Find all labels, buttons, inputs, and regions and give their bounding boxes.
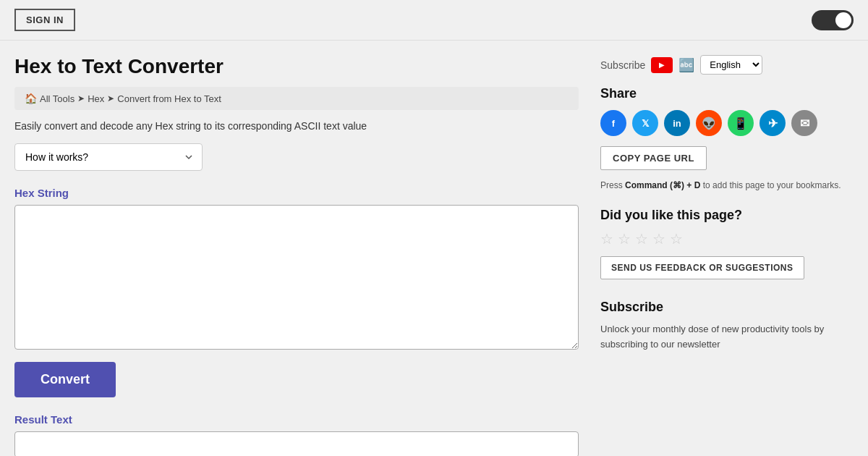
email-share-button[interactable]: ✉ <box>791 110 817 136</box>
language-select[interactable]: English Spanish French German Chinese <box>700 55 762 75</box>
reddit-share-button[interactable]: 👽 <box>696 110 722 136</box>
translate-icon[interactable]: 🔤 <box>678 57 694 73</box>
theme-toggle[interactable] <box>812 10 854 30</box>
toggle-switch[interactable] <box>812 10 854 30</box>
main-container: Hex to Text Converter 🏠 All Tools ➤ Hex … <box>0 41 868 456</box>
right-panel: Subscribe 🔤 English Spanish French Germa… <box>600 55 846 456</box>
bookmark-shortcut: Command (⌘) + D <box>625 180 700 190</box>
convert-button[interactable]: Convert <box>14 362 116 397</box>
linkedin-share-button[interactable]: in <box>664 110 690 136</box>
toggle-knob <box>835 12 851 28</box>
share-icons: f 𝕏 in 👽 📱 ✈ ✉ <box>600 110 846 136</box>
header: SIGN IN <box>0 0 868 41</box>
star-3[interactable]: ☆ <box>635 230 648 248</box>
result-label: Result Text <box>14 413 579 426</box>
subscribe-section-text: Unlock your monthly dose of new producti… <box>600 322 846 352</box>
breadcrumb-home[interactable]: All Tools <box>40 93 75 104</box>
breadcrumb-arrow-2: ➤ <box>107 93 114 104</box>
home-icon: 🏠 <box>25 93 37 104</box>
youtube-icon[interactable] <box>651 57 673 73</box>
star-5[interactable]: ☆ <box>670 230 683 248</box>
page-title: Hex to Text Converter <box>14 55 579 78</box>
result-input[interactable] <box>14 431 579 456</box>
page-description: Easily convert and decode any Hex string… <box>14 120 579 132</box>
star-rating[interactable]: ☆ ☆ ☆ ☆ ☆ <box>600 230 846 248</box>
star-2[interactable]: ☆ <box>618 230 631 248</box>
sign-in-button[interactable]: SIGN IN <box>14 9 75 31</box>
hex-input[interactable] <box>14 205 579 350</box>
copy-url-button[interactable]: COPY PAGE URL <box>600 146 707 170</box>
feedback-button[interactable]: SEND US FEEDBACK OR SUGGESTIONS <box>600 256 804 279</box>
whatsapp-share-button[interactable]: 📱 <box>728 110 754 136</box>
subscribe-section-title: Subscribe <box>600 300 846 315</box>
rating-title: Did you like this page? <box>600 208 846 223</box>
how-it-works-dropdown[interactable]: How it works? <box>14 143 203 171</box>
subscribe-label: Subscribe <box>600 59 645 71</box>
breadcrumb: 🏠 All Tools ➤ Hex ➤ Convert from Hex to … <box>14 87 579 110</box>
twitter-share-button[interactable]: 𝕏 <box>632 110 658 136</box>
star-4[interactable]: ☆ <box>652 230 665 248</box>
star-1[interactable]: ☆ <box>600 230 613 248</box>
breadcrumb-arrow-1: ➤ <box>77 93 85 104</box>
breadcrumb-section[interactable]: Hex <box>88 93 104 104</box>
breadcrumb-current: Convert from Hex to Text <box>117 93 221 104</box>
telegram-share-button[interactable]: ✈ <box>760 110 786 136</box>
bookmark-hint: Press Command (⌘) + D to add this page t… <box>600 179 846 192</box>
facebook-share-button[interactable]: f <box>600 110 626 136</box>
subscribe-row: Subscribe 🔤 English Spanish French Germa… <box>600 55 846 75</box>
left-panel: Hex to Text Converter 🏠 All Tools ➤ Hex … <box>14 55 579 456</box>
hex-label: Hex String <box>14 187 579 199</box>
share-title: Share <box>600 86 846 101</box>
